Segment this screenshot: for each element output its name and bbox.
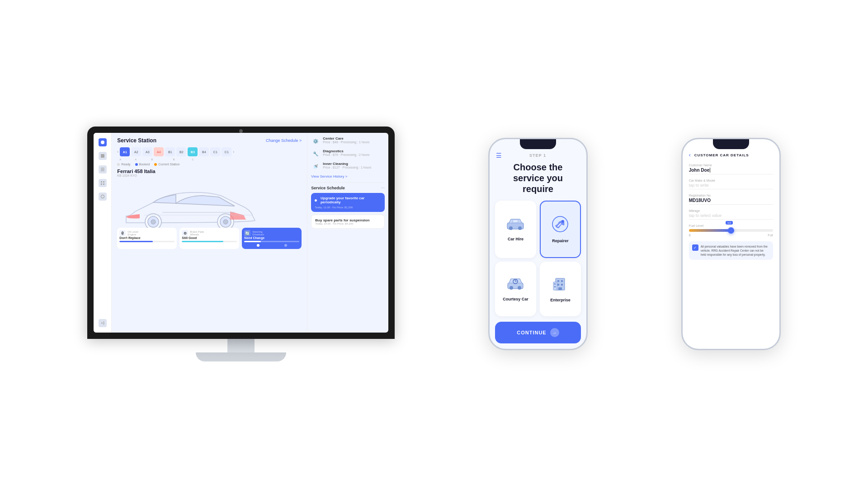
- station-c1b[interactable]: C1: [222, 147, 231, 156]
- svg-rect-3: [103, 181, 104, 183]
- hamburger-icon[interactable]: ☰: [496, 152, 502, 159]
- service-cards: 🛢 Oil Level Engine Don't Replace: [117, 228, 302, 249]
- mileage-input[interactable]: tap to select value: [689, 213, 773, 220]
- svg-point-0: [101, 141, 104, 144]
- check-icon[interactable]: ✓: [692, 244, 698, 251]
- oil-card: 🛢 Oil Level Engine Don't Replace: [117, 228, 177, 249]
- legend-current-dot: [154, 163, 157, 166]
- sidebar-icon-4[interactable]: [99, 192, 107, 201]
- fuel-full-label: Full: [768, 234, 773, 237]
- continue-label: CONTINUE: [517, 330, 546, 335]
- service-card-enterprise[interactable]: Enterprise: [540, 262, 581, 316]
- car-make-label: Car Make & Model: [689, 179, 773, 182]
- repairer-label: Repairer: [552, 239, 569, 243]
- diagnostics-icon: 🔧: [311, 149, 320, 158]
- brake-icon: ⚙: [182, 230, 188, 236]
- phone2-wrapper: ‹ CUSTOMER CAR DETAILS Customer Name Joh…: [681, 138, 781, 350]
- schedule-more[interactable]: ···: [381, 185, 385, 190]
- schedule2-info: Today, 14.00 · Fix Price: $4,100: [315, 222, 381, 225]
- legend-booked: Booked: [135, 163, 150, 166]
- svg-rect-28: [558, 287, 562, 290]
- imac-wrapper: Service Station Change Schedule > ‹ A1 A…: [87, 127, 395, 361]
- schedule-card-1[interactable]: Upgrade your favorite car periodically T…: [311, 193, 385, 212]
- brake-card: ⚙ Brake Pads Wheels Still Good: [179, 228, 239, 249]
- courtesy-car-label: Courtesy Car: [503, 297, 528, 301]
- schedule-card-2[interactable]: Buy spare parts for suspension Today, 14…: [311, 215, 385, 229]
- station-b1[interactable]: B1: [165, 147, 175, 156]
- imac-screen: Service Station Change Schedule > ‹ A1 A…: [87, 127, 395, 339]
- customer-name-field: Customer Name John Doe: [689, 164, 773, 174]
- customer-name-value[interactable]: John Doe: [689, 168, 773, 174]
- car-section: Ferrari 458 Italia KB 1024 KYO: [117, 169, 302, 249]
- sidebar-icon-3[interactable]: [99, 179, 107, 187]
- service-card-car-hire[interactable]: Car Hire: [495, 201, 536, 258]
- fuel-badge: 1/2: [726, 221, 733, 225]
- imac-sidebar: [94, 133, 112, 333]
- station-b4[interactable]: B4: [199, 147, 209, 156]
- station-b2[interactable]: B2: [176, 147, 186, 156]
- svg-point-20: [509, 286, 513, 290]
- station-prev[interactable]: ‹: [117, 150, 118, 154]
- schedule2-title: Buy spare parts for suspension: [315, 218, 381, 222]
- car-info: Ferrari 458 Italia KB 1024 KYO: [117, 169, 302, 249]
- mileage-field: Mileage tap to select value: [689, 209, 773, 220]
- back-arrow-icon[interactable]: ‹: [689, 152, 691, 158]
- service-item-centercare: ⚙️ Center Care Price : $48 · Processing …: [311, 136, 385, 145]
- svg-point-6: [101, 195, 104, 198]
- enterprise-label: Enterprise: [550, 298, 571, 302]
- svg-point-10: [151, 220, 156, 224]
- step-label: STEP 1: [502, 153, 574, 158]
- imac-title: Service Station: [117, 137, 156, 144]
- legend-booked-dot: [135, 163, 138, 166]
- fuel-slider[interactable]: 1/2 E Full: [689, 229, 773, 237]
- continue-button[interactable]: CONTINUE →: [495, 322, 581, 343]
- repairer-icon: [552, 216, 569, 236]
- centercare-price: Price : $48 · Processing : 1 hours: [323, 141, 369, 144]
- change-schedule-link[interactable]: Change Schedule >: [266, 138, 302, 143]
- svg-point-12: [223, 220, 228, 224]
- phone2-screen: ‹ CUSTOMER CAR DETAILS Customer Name Joh…: [683, 139, 779, 349]
- station-selector: ‹ A1 A2 A3 A4 B1 B2 B3 B4 C1 C1 ›: [117, 147, 302, 156]
- station-a3[interactable]: A3: [142, 147, 152, 156]
- fuel-field: Fuel Level 1/2 E Full: [689, 224, 773, 237]
- brake-status: Still Good: [182, 236, 237, 239]
- svg-rect-16: [513, 220, 518, 223]
- steering-card: 🔄 Steering Drivetrain Need Change: [242, 228, 302, 249]
- mileage-label: Mileage: [689, 209, 773, 212]
- station-a1[interactable]: A1: [120, 147, 130, 156]
- sidebar-icon-2[interactable]: [99, 165, 107, 174]
- sidebar-home-icon[interactable]: [99, 138, 107, 146]
- main-scene: Service Station Change Schedule > ‹ A1 A…: [50, 127, 818, 361]
- phone1-notch: [520, 139, 556, 149]
- service-card-courtesy[interactable]: Courtesy Car: [495, 262, 536, 316]
- view-history-link[interactable]: View Service History >: [311, 174, 385, 178]
- schedule-header: Service Schedule ···: [311, 185, 385, 190]
- service-item-cleaning: 🚿 Inner Cleaning Price : $127 · Processi…: [311, 162, 385, 171]
- fuel-e-label: E: [689, 234, 691, 237]
- imac-main-content: Service Station Change Schedule > ‹ A1 A…: [112, 133, 307, 333]
- phone1-wrapper: ☰ STEP 1 Choose the service you require: [488, 138, 588, 350]
- service-card-repairer[interactable]: Repairer: [540, 201, 581, 258]
- courtesy-car-icon: [507, 277, 524, 294]
- station-a4[interactable]: A4: [154, 147, 164, 156]
- steering-icon: 🔄: [244, 230, 250, 236]
- station-c1a[interactable]: C1: [210, 147, 220, 156]
- fuel-thumb[interactable]: [728, 227, 734, 234]
- phone1: ☰ STEP 1 Choose the service you require: [488, 138, 588, 350]
- svg-point-15: [518, 226, 522, 230]
- svg-rect-31: [554, 286, 556, 287]
- fuel-fill: [689, 229, 731, 232]
- registration-value[interactable]: MD18UVO: [689, 198, 773, 205]
- station-b3[interactable]: B3: [188, 147, 198, 156]
- continue-arrow-icon: →: [550, 328, 559, 337]
- sidebar-icon-1[interactable]: [99, 152, 107, 160]
- phone1-title: Choose the service you require: [490, 162, 586, 201]
- legend-current: Current Station: [154, 163, 179, 166]
- car-make-input[interactable]: tap to write: [689, 183, 773, 189]
- registration-field: Registration No MD18UVO: [689, 194, 773, 205]
- station-next[interactable]: ›: [233, 150, 234, 154]
- station-a2[interactable]: A2: [131, 147, 141, 156]
- schedule1-date: Today, 11.00 · Fix Price: $1,200: [315, 206, 381, 209]
- sidebar-logout-icon[interactable]: [99, 319, 107, 327]
- svg-rect-30: [554, 283, 556, 285]
